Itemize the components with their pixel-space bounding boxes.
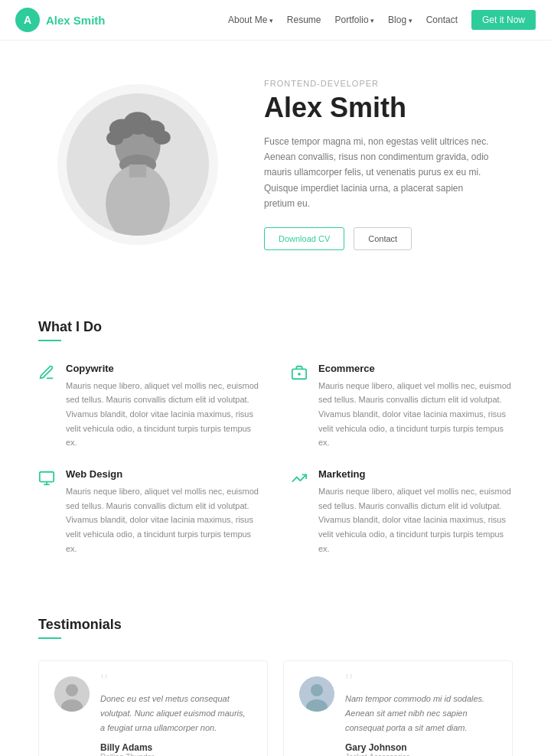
- services-grid: Copywrite Mauris neque libero, aliquet v…: [38, 363, 513, 556]
- hero-text: Frontend-developer Alex Smith Fusce temp…: [264, 79, 494, 250]
- service-marketing-text: Marketing Mauris neque libero, aliquet v…: [318, 468, 513, 556]
- service-webdesign-text: Web Design Mauris neque libero, aliquet …: [66, 468, 260, 556]
- svg-point-20: [311, 684, 323, 696]
- svg-point-6: [106, 131, 123, 145]
- testimonial-content-1: " Donec eu est vel metus consequat volut…: [100, 676, 252, 756]
- contact-button[interactable]: Contact: [354, 227, 412, 250]
- nav-links: About Me Resume Portfolio Blog Contact G…: [228, 10, 536, 30]
- hero-description: Fusce tempor magna mi, non egestas velit…: [264, 134, 494, 212]
- service-copywrite: Copywrite Mauris neque libero, aliquet v…: [38, 363, 260, 450]
- nav-contact[interactable]: Contact: [426, 15, 458, 25]
- testimonial-avatar-2: [299, 676, 334, 712]
- shop-icon: [291, 364, 308, 450]
- section-underline: [38, 340, 61, 341]
- quote-mark-1: ": [100, 676, 252, 687]
- service-webdesign: Web Design Mauris neque libero, aliquet …: [38, 468, 260, 556]
- service-marketing: Marketing Mauris neque libero, aliquet v…: [291, 468, 513, 556]
- service-ecommerce: Ecommerce Mauris neque libero, aliquet v…: [291, 363, 513, 450]
- nav-cta-button[interactable]: Get it Now: [471, 10, 536, 30]
- testimonials-title: Testimonials: [38, 617, 513, 633]
- testimonials-grid: " Donec eu est vel metus consequat volut…: [38, 660, 513, 756]
- testimonial-avatar-1: [54, 676, 90, 712]
- hero-buttons: Download CV Contact: [264, 227, 494, 250]
- nav-blog[interactable]: Blog: [388, 15, 412, 25]
- service-ecommerce-text: Ecommerce Mauris neque libero, aliquet v…: [318, 363, 513, 450]
- avatar-image: [67, 88, 209, 241]
- service-copywrite-text: Copywrite Mauris neque libero, aliquet v…: [66, 363, 260, 450]
- navbar: A Alex Smith About Me Resume Portfolio B…: [0, 0, 551, 41]
- svg-point-5: [153, 130, 170, 145]
- svg-point-17: [66, 684, 78, 696]
- what-i-do-section: What I Do Copywrite Mauris neque libero,…: [0, 288, 551, 587]
- testimonials-section: Testimonials " Donec eu est vel metus co…: [0, 586, 551, 756]
- nav-portfolio[interactable]: Portfolio: [335, 15, 375, 25]
- svg-rect-9: [129, 165, 146, 178]
- testimonial-card-1: " Donec eu est vel metus consequat volut…: [38, 660, 268, 756]
- nav-about[interactable]: About Me: [228, 15, 273, 25]
- hero-subtitle: Frontend-developer: [264, 79, 494, 88]
- pencil-icon: [38, 364, 55, 450]
- hero-avatar: [57, 84, 218, 245]
- hero-name: Alex Smith: [264, 93, 494, 123]
- svg-rect-13: [40, 472, 54, 482]
- nav-resume[interactable]: Resume: [287, 15, 321, 25]
- logo-text: Alex Smith: [46, 14, 106, 27]
- hero-section: Frontend-developer Alex Smith Fusce temp…: [0, 41, 551, 288]
- quote-mark-2: ": [345, 676, 497, 687]
- testimonial-content-2: " Nam tempor commodo mi id sodales. Aene…: [345, 676, 497, 756]
- testimonial-card-2: " Nam tempor commodo mi id sodales. Aene…: [283, 660, 513, 756]
- logo-icon: A: [15, 8, 40, 32]
- download-cv-button[interactable]: Download CV: [264, 227, 344, 250]
- testimonials-underline: [38, 637, 61, 639]
- desktop-icon: [38, 470, 55, 556]
- what-i-do-title: What I Do: [38, 319, 513, 335]
- logo[interactable]: A Alex Smith: [15, 8, 106, 32]
- marketing-icon: [291, 470, 308, 556]
